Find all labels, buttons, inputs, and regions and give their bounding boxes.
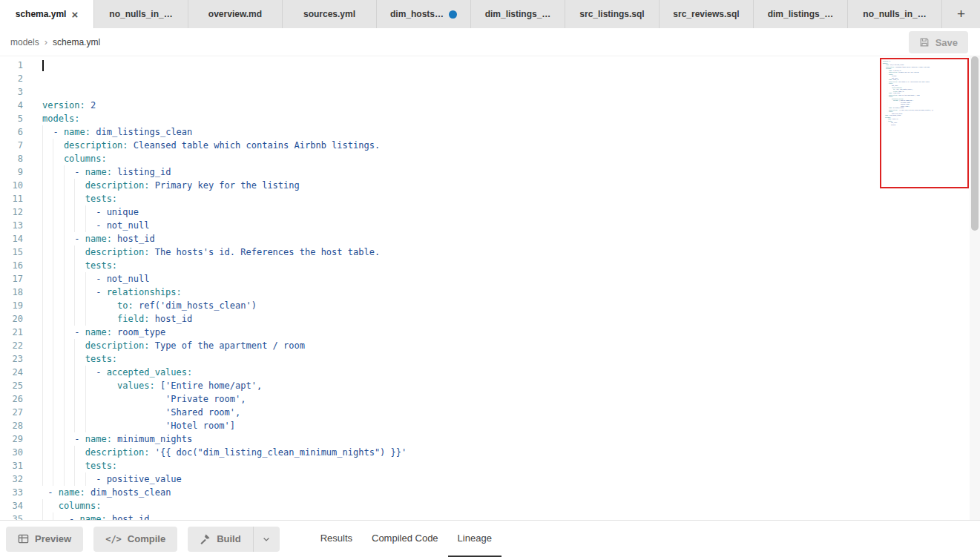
line-number: 16 xyxy=(0,259,30,272)
line-number: 10 xyxy=(0,179,30,192)
code-line[interactable]: description: The hosts's id. References … xyxy=(42,245,407,259)
tab-label: dim_hosts… xyxy=(390,9,444,19)
hammer-icon xyxy=(200,533,211,544)
code-line[interactable]: - name: room_type xyxy=(42,326,407,339)
code-line[interactable]: - positive_value xyxy=(42,472,407,486)
code-line[interactable]: models: xyxy=(42,112,407,125)
code-line[interactable]: field: host_id xyxy=(42,312,407,326)
line-number: 33 xyxy=(0,486,30,499)
editor-tab[interactable]: overview.md xyxy=(188,0,283,28)
breadcrumb-item-file: schema.yml xyxy=(53,37,100,47)
scrollbar-thumb[interactable] xyxy=(971,56,979,231)
tab-label: schema.yml xyxy=(16,9,67,19)
editor-tab[interactable]: dim_hosts… xyxy=(377,0,471,28)
line-number: 35 xyxy=(0,512,30,520)
editor-tab[interactable]: no_nulls_in_… xyxy=(94,0,188,28)
panel-tab-lineage[interactable]: Lineage xyxy=(448,521,501,557)
line-number: 13 xyxy=(0,219,30,232)
editor-tab[interactable]: no_nulls_in_… xyxy=(848,0,942,28)
code-editor[interactable]: 1234567891011121314151617181920212223242… xyxy=(0,56,980,520)
line-number: 31 xyxy=(0,459,30,472)
build-button[interactable]: Build xyxy=(188,527,253,552)
editor-tab[interactable]: dim_listings_… xyxy=(471,0,565,28)
line-number: 1 xyxy=(0,59,30,72)
line-number: 22 xyxy=(0,339,30,352)
line-number: 14 xyxy=(0,232,30,245)
bottom-panel-tabs: ResultsCompiled CodeLineage xyxy=(311,521,501,557)
code-line[interactable]: - not_null xyxy=(42,272,407,286)
panel-tab-results[interactable]: Results xyxy=(311,521,362,557)
code-line[interactable]: columns: xyxy=(42,499,407,512)
code-line[interactable]: description: Primary key for the listing xyxy=(42,179,407,192)
code-line[interactable]: to: ref('dim_hosts_clean') xyxy=(42,299,407,312)
line-number: 15 xyxy=(0,245,30,259)
code-line[interactable]: - name: listing_id xyxy=(42,165,407,179)
code-line[interactable]: tests: xyxy=(42,259,407,272)
line-number: 27 xyxy=(0,406,30,419)
build-split-button: Build xyxy=(188,527,280,552)
build-button-label: Build xyxy=(217,533,241,544)
line-number: 7 xyxy=(0,139,30,152)
line-number: 18 xyxy=(0,286,30,299)
code-line[interactable]: - not_null xyxy=(42,219,407,232)
code-line[interactable]: version: 2 xyxy=(42,99,407,112)
code-line[interactable]: description: Cleansed table which contai… xyxy=(42,139,407,152)
code-line[interactable]: - name: host_id xyxy=(42,232,407,245)
tab-label: dim_listings_… xyxy=(768,9,834,19)
code-line[interactable]: 'Private room', xyxy=(42,392,407,406)
code-content[interactable]: version: 2models:- name: dim_listings_cl… xyxy=(42,59,407,520)
code-line[interactable]: values: ['Entire home/apt', xyxy=(42,379,407,392)
minimap[interactable]: version: 2models:- name: dim_listings_cl… xyxy=(880,58,969,188)
code-line[interactable]: - name: minimum_nights xyxy=(42,432,407,446)
editor-scrollbar[interactable] xyxy=(970,56,980,520)
code-line[interactable]: tests: xyxy=(42,192,407,205)
code-line[interactable]: description: '{{ doc("dim_listing_clean_… xyxy=(42,446,407,459)
line-number: 28 xyxy=(0,419,30,432)
code-line[interactable]: 'Shared room', xyxy=(42,406,407,419)
code-scroll-area: 1234567891011121314151617181920212223242… xyxy=(0,56,980,520)
line-number-gutter: 1234567891011121314151617181920212223242… xyxy=(0,59,30,520)
line-number: 30 xyxy=(0,446,30,459)
code-line[interactable]: - name: dim_hosts_clean xyxy=(42,486,407,499)
minimap-content: version: 2models:- name: dim_listings_cl… xyxy=(881,59,962,126)
save-icon xyxy=(919,37,930,47)
code-line[interactable]: 'Hotel room'] xyxy=(42,419,407,432)
code-line[interactable]: columns: xyxy=(42,152,407,165)
editor-tab[interactable]: schema.yml× xyxy=(0,0,94,28)
line-number: 20 xyxy=(0,312,30,326)
code-line[interactable]: tests: xyxy=(42,459,407,472)
line-number: 12 xyxy=(0,205,30,219)
close-icon[interactable]: × xyxy=(71,9,78,20)
editor-tab[interactable]: dim_listings_… xyxy=(754,0,848,28)
line-number: 6 xyxy=(0,125,30,139)
line-number: 24 xyxy=(0,366,30,379)
code-line[interactable]: - name: dim_listings_clean xyxy=(42,125,407,139)
editor-tab[interactable]: src_listings.sql xyxy=(565,0,660,28)
line-number: 11 xyxy=(0,192,30,205)
code-line[interactable]: - unique xyxy=(42,205,407,219)
code-line[interactable]: - relationships: xyxy=(42,286,407,299)
bottom-action-bar: Preview </> Compile Build ResultsCompile… xyxy=(0,520,980,557)
code-line[interactable]: description: Type of the apartment / roo… xyxy=(42,339,407,352)
line-number: 3 xyxy=(0,85,30,99)
build-dropdown-button[interactable] xyxy=(253,527,280,552)
editor-tab[interactable]: sources.yml xyxy=(283,0,377,28)
preview-button[interactable]: Preview xyxy=(6,527,83,552)
table-icon xyxy=(18,533,29,544)
new-tab-button[interactable]: + xyxy=(942,0,980,28)
line-number: 4 xyxy=(0,99,30,112)
save-button[interactable]: Save xyxy=(909,31,968,53)
modified-indicator-icon xyxy=(449,10,457,19)
line-number: 17 xyxy=(0,272,30,286)
code-icon: </> xyxy=(105,534,122,544)
editor-tab-bar: schema.yml×no_nulls_in_…overview.mdsourc… xyxy=(0,0,980,28)
preview-button-label: Preview xyxy=(35,533,71,544)
code-line[interactable]: tests: xyxy=(42,352,407,366)
editor-tab[interactable]: src_reviews.sql xyxy=(660,0,754,28)
tab-label: no_nulls_in_… xyxy=(863,9,926,19)
code-line[interactable]: - name: host_id xyxy=(42,512,407,520)
compile-button[interactable]: </> Compile xyxy=(93,527,177,552)
panel-tab-compiled-code[interactable]: Compiled Code xyxy=(362,521,448,557)
chevron-down-icon xyxy=(262,535,271,544)
code-line[interactable]: - accepted_values: xyxy=(42,366,407,379)
